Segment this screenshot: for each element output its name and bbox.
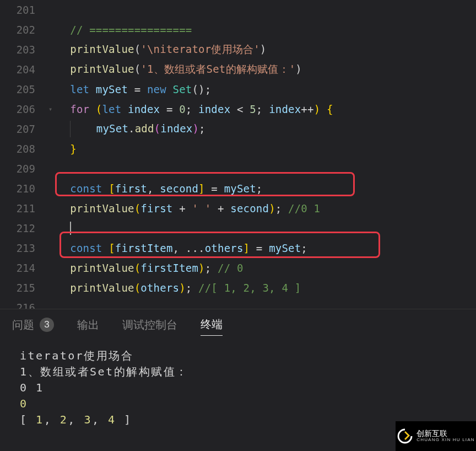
code-line[interactable]: 205 let mySet = new Set(); <box>0 79 476 99</box>
code-line[interactable]: 210 const [first, second] = mySet; <box>0 179 476 198</box>
watermark: 创新互联 CHUANG XIN HU LIAN <box>396 421 476 451</box>
fold-gutter: ▾ <box>48 105 57 113</box>
code-line[interactable]: 202 // ================ <box>0 20 476 40</box>
tab-problems-label: 问题 <box>12 318 34 332</box>
code-line[interactable]: 215 printValue(others); //[ 1, 2, 3, 4 ] <box>0 278 476 298</box>
code-content[interactable] <box>57 222 476 235</box>
terminal-line: iterator使用场合 <box>20 348 464 364</box>
code-content[interactable]: printValue('1、数组或者Set的解构赋值：') <box>57 62 476 77</box>
line-number: 206 <box>0 103 48 115</box>
code-content[interactable]: printValue(firstItem); // 0 <box>57 262 476 274</box>
code-content[interactable]: for (let index = 0; index < 5; index++) … <box>57 103 476 115</box>
terminal-output[interactable]: iterator使用场合1、数组或者Set的解构赋值：0 10[ 1, 2, 3… <box>0 343 476 428</box>
code-content[interactable]: const [firstItem, ...others] = mySet; <box>57 242 476 254</box>
line-number: 201 <box>0 4 48 16</box>
code-line[interactable]: 214 printValue(firstItem); // 0 <box>0 258 476 278</box>
tab-debug[interactable]: 调试控制台 <box>122 318 177 336</box>
watermark-brand: 创新互联 <box>416 429 475 438</box>
line-number: 209 <box>0 163 48 175</box>
line-number: 210 <box>0 182 48 195</box>
line-number: 214 <box>0 262 48 274</box>
watermark-text: 创新互联 CHUANG XIN HU LIAN <box>416 429 475 442</box>
terminal-line: 0 <box>20 396 464 412</box>
code-line[interactable]: 201 <box>0 0 476 20</box>
line-number: 202 <box>0 24 48 36</box>
terminal-line: 0 1 <box>20 380 464 396</box>
tab-output-label: 输出 <box>77 318 99 332</box>
code-line[interactable]: 209 <box>0 159 476 179</box>
line-number: 203 <box>0 44 48 56</box>
code-line[interactable]: 208 } <box>0 139 476 159</box>
line-number: 208 <box>0 143 48 155</box>
watermark-sub: CHUANG XIN HU LIAN <box>416 438 475 442</box>
code-content[interactable] <box>57 302 476 309</box>
line-number: 205 <box>0 83 48 95</box>
line-number: 207 <box>0 123 48 135</box>
code-content[interactable]: } <box>57 143 476 155</box>
code-content[interactable]: printValue(others); //[ 1, 2, 3, 4 ] <box>57 282 476 294</box>
line-number: 211 <box>0 202 48 214</box>
code-content[interactable]: let mySet = new Set(); <box>57 83 476 95</box>
code-content[interactable]: mySet.add(index); <box>57 121 476 137</box>
tab-terminal-label: 终端 <box>201 317 223 332</box>
code-line[interactable]: 216 <box>0 298 476 309</box>
terminal-line: 1、数组或者Set的解构赋值： <box>20 364 464 380</box>
code-line[interactable]: 203 printValue('\niterator使用场合') <box>0 40 476 60</box>
line-number: 212 <box>0 222 48 234</box>
tab-terminal[interactable]: 终端 <box>201 317 223 336</box>
code-editor[interactable]: 201 202 // ================203 printValu… <box>0 0 476 309</box>
code-content[interactable]: // ================ <box>57 24 476 36</box>
code-line[interactable]: 207 mySet.add(index); <box>0 119 476 139</box>
problems-badge: 3 <box>40 318 54 332</box>
panel-tabs: 问题 3 输出 调试控制台 终端 <box>0 309 476 343</box>
tab-debug-label: 调试控制台 <box>122 318 177 332</box>
line-number: 216 <box>0 302 48 309</box>
line-number: 215 <box>0 282 48 294</box>
code-line[interactable]: 212 <box>0 218 476 238</box>
line-number: 204 <box>0 63 48 76</box>
code-content[interactable]: printValue('\niterator使用场合') <box>57 42 476 57</box>
code-content[interactable] <box>57 163 476 175</box>
tab-problems[interactable]: 问题 3 <box>12 318 54 336</box>
code-content[interactable]: printValue(first + ' ' + second); //0 1 <box>57 202 476 214</box>
code-line[interactable]: 206▾ for (let index = 0; index < 5; inde… <box>0 99 476 119</box>
code-line[interactable]: 204 printValue('1、数组或者Set的解构赋值：') <box>0 60 476 79</box>
line-number: 213 <box>0 242 48 254</box>
text-cursor <box>70 222 71 235</box>
code-content[interactable] <box>57 4 476 16</box>
code-content[interactable]: const [first, second] = mySet; <box>57 182 476 195</box>
watermark-logo-icon <box>397 428 413 444</box>
tab-output[interactable]: 输出 <box>77 318 99 336</box>
code-line[interactable]: 213 const [firstItem, ...others] = mySet… <box>0 238 476 258</box>
code-line[interactable]: 211 printValue(first + ' ' + second); //… <box>0 198 476 218</box>
